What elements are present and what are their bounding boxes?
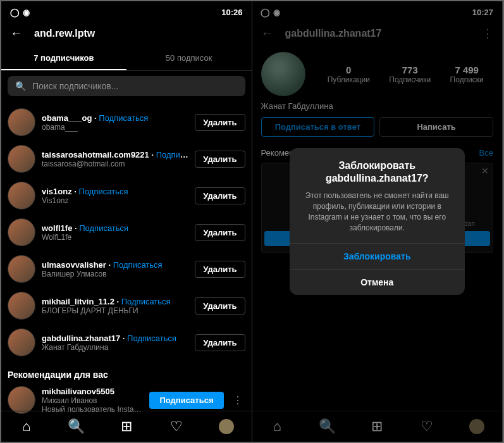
opera-icon: ◯ (10, 8, 19, 17)
follower-fullname: obama___ (42, 123, 188, 132)
home-icon[interactable]: ⌂ (19, 419, 34, 434)
cancel-button[interactable]: Отмена (290, 269, 465, 295)
block-dialog: Заблокироватьgabdullina.zhanat17? Этот п… (290, 148, 465, 296)
dialog-body: Этот пользователь не сможет найти ваш пр… (290, 190, 465, 243)
follower-username[interactable]: wolfl1fe (42, 223, 72, 233)
tab-followers[interactable]: 7 подписчиков (1, 47, 126, 70)
follower-fullname: БЛОГЕРЫ ДАРЯТ ДЕНЬГИ (42, 306, 188, 315)
search-nav-icon[interactable]: 🔍 (69, 419, 84, 434)
follower-fullname: taissarosa@hotmail.com (42, 159, 188, 168)
follower-username[interactable]: mikhail_litvin_11.2 (42, 297, 114, 306)
subscribe-link[interactable]: Подписаться (79, 187, 128, 196)
follow-button[interactable]: Подписаться (149, 392, 223, 409)
page-title: and.rew.lptw (34, 28, 95, 39)
rec-fullname: Михаил Иванов (42, 396, 143, 405)
subscribe-link[interactable]: Подписаться (121, 297, 171, 306)
remove-button[interactable]: Удалить (195, 224, 245, 241)
follower-username[interactable]: vis1onz (42, 187, 72, 196)
follower-fullname: Жанат Габдуллина (42, 343, 188, 352)
remove-button[interactable]: Удалить (195, 187, 245, 204)
rec-username[interactable]: mikhailivanov5505 (42, 387, 143, 396)
follower-username[interactable]: gabdullina.zhanat17 (42, 334, 120, 343)
avatar[interactable] (8, 218, 35, 246)
avatar[interactable] (8, 182, 35, 209)
avatar[interactable] (8, 292, 35, 320)
activity-icon[interactable]: ♡ (169, 419, 184, 434)
back-arrow-icon[interactable]: ← (10, 26, 23, 41)
avatar[interactable] (8, 386, 35, 414)
new-post-icon[interactable]: ⊞ (119, 419, 134, 434)
subscribe-link[interactable]: Подписаться (127, 334, 176, 343)
shazam-icon: ◉ (22, 8, 30, 17)
follower-username[interactable]: obama___og (42, 113, 92, 123)
remove-button[interactable]: Удалить (195, 334, 245, 351)
avatar[interactable] (8, 145, 35, 173)
search-input[interactable]: 🔍 Поиск подписчиков... (8, 76, 245, 96)
subscribe-link[interactable]: Подписаться (79, 223, 128, 233)
avatar[interactable] (8, 328, 35, 356)
follower-fullname: WolfL1fe (42, 233, 188, 242)
follower-fullname: Валишер Улмасов (42, 270, 188, 278)
search-placeholder: Поиск подписчиков... (32, 81, 118, 91)
more-icon[interactable]: ⋮ (230, 394, 245, 406)
tab-following[interactable]: 50 подписок (126, 47, 252, 70)
follower-username[interactable]: taissarosahotmail.com9221 (42, 150, 149, 159)
search-icon: 🔍 (15, 81, 26, 91)
follower-fullname: Vis1onz (42, 196, 188, 205)
remove-button[interactable]: Удалить (195, 261, 245, 278)
avatar[interactable] (8, 108, 35, 136)
remove-button[interactable]: Удалить (195, 297, 245, 315)
recommendations-heading: Рекомендации для вас (1, 361, 252, 382)
profile-nav-avatar[interactable] (219, 419, 234, 434)
subscribe-link[interactable]: Подписаться (113, 260, 163, 270)
remove-button[interactable]: Удалить (195, 114, 245, 131)
avatar[interactable] (8, 255, 35, 283)
status-time: 10:26 (221, 8, 242, 17)
subscribe-link[interactable]: Подписаться (99, 113, 148, 123)
subscribe-link[interactable]: Подписаться (156, 150, 188, 159)
remove-button[interactable]: Удалить (195, 151, 245, 168)
follower-username[interactable]: ulmasovvalisher (42, 260, 106, 270)
block-button[interactable]: Заблокировать (290, 243, 465, 269)
